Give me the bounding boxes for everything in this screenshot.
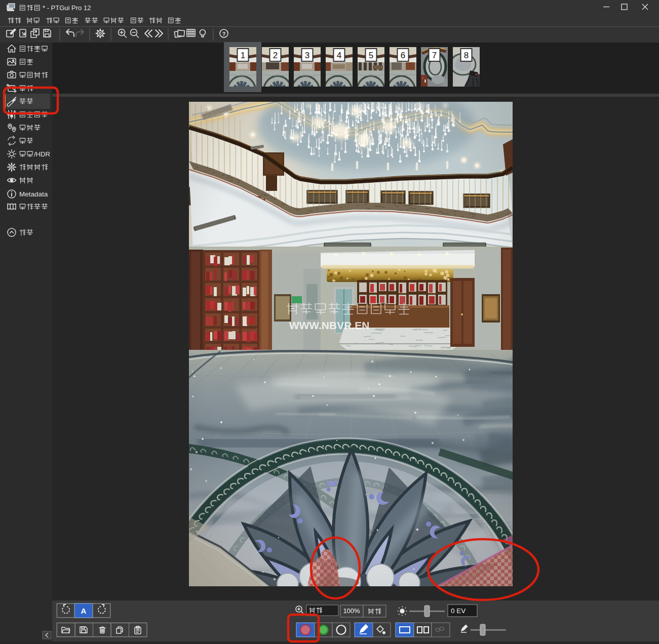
- svg-text:?: ?: [222, 31, 226, 37]
- svg-text:5: 5: [369, 51, 373, 60]
- svg-text:3: 3: [305, 51, 309, 60]
- svg-text:8: 8: [464, 51, 469, 60]
- svg-text:A: A: [81, 607, 87, 615]
- svg-text:1: 1: [241, 51, 245, 60]
- svg-text:2: 2: [273, 51, 278, 60]
- svg-text:0 EV: 0 EV: [451, 607, 466, 615]
- svg-text:/HDR: /HDR: [34, 150, 50, 158]
- svg-text:7: 7: [432, 51, 437, 60]
- svg-text:6: 6: [401, 51, 405, 60]
- svg-text:* - PTGui Pro 12: * - PTGui Pro 12: [43, 4, 91, 12]
- svg-text:4: 4: [337, 51, 341, 60]
- svg-text:100%: 100%: [343, 607, 360, 615]
- svg-text:Metadata: Metadata: [19, 190, 48, 198]
